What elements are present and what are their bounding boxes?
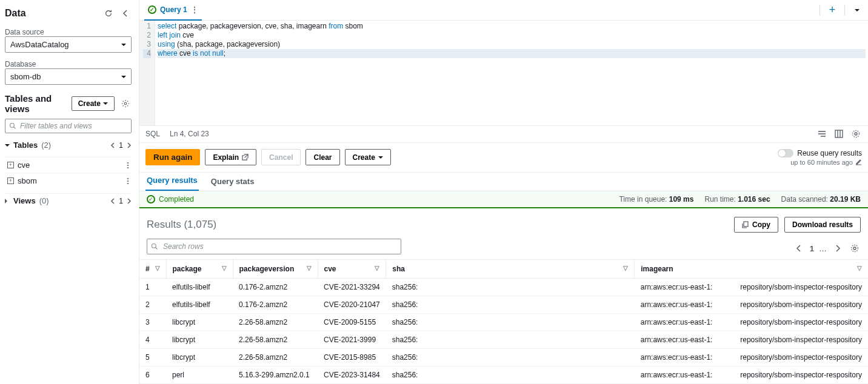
search-rows-input[interactable]: Search rows: [147, 239, 401, 254]
next-page-icon[interactable]: [832, 242, 844, 254]
database-select[interactable]: sbom-db: [5, 68, 132, 85]
results-tabs: Query results Query stats: [139, 173, 868, 191]
tables-header[interactable]: Tables (2) 1: [5, 138, 132, 152]
svg-point-1: [10, 124, 15, 128]
svg-rect-5: [744, 222, 748, 227]
collapse-sidebar-icon[interactable]: [119, 7, 132, 19]
table-row[interactable]: 3libcrypt2.26-58.amzn2CVE-2009-5155sha25…: [139, 314, 868, 331]
explain-button[interactable]: Explain: [205, 149, 256, 165]
main: ✓ Query 1 ⋮ + 1234 select package, packa…: [139, 0, 868, 384]
tables-views-title: Tables and views: [5, 93, 72, 114]
editor-code[interactable]: select package, packageversion, cve, sha…: [155, 21, 868, 59]
tab-menu-icon[interactable]: ⋮: [191, 5, 198, 14]
results-table: #▽ package▽ packageversion▽ cve▽ sha▽ im…: [139, 259, 868, 384]
results-header: Results (1,075) Copy Download results: [139, 208, 868, 237]
table-row[interactable]: 1elfutils-libelf0.176-2.amzn2CVE-2021-33…: [139, 279, 868, 296]
table-item-cve[interactable]: +cve⋯: [5, 157, 132, 173]
layout-icon[interactable]: [833, 128, 845, 140]
check-icon: ✓: [147, 195, 155, 204]
table-row[interactable]: 2elfutils-libelf0.176-2.amzn2CVE-2020-21…: [139, 296, 868, 314]
table-item-sbom[interactable]: +sbom⋯: [5, 173, 132, 188]
action-bar: Run again Explain Cancel Clear Create Re…: [139, 143, 868, 173]
editor-gutter: 1234: [139, 21, 155, 125]
filter-placeholder: Filter tables and views: [20, 122, 92, 130]
table-row[interactable]: 4libcrypt2.26-58.amzn2CVE-2021-3999sha25…: [139, 331, 868, 349]
filter-tables-input[interactable]: Filter tables and views: [5, 119, 132, 133]
prev-page-icon[interactable]: [793, 242, 805, 254]
download-results-button[interactable]: Download results: [784, 217, 861, 233]
cancel-button: Cancel: [261, 149, 301, 165]
settings-icon[interactable]: [850, 128, 862, 140]
new-tab-icon[interactable]: +: [826, 4, 838, 16]
run-again-button[interactable]: Run again: [145, 149, 200, 165]
more-icon[interactable]: ⋯: [124, 177, 132, 185]
query-tabs: ✓ Query 1 ⋮ +: [139, 0, 868, 21]
views-header[interactable]: Views (0) 1: [5, 193, 132, 208]
editor-statusbar: SQLLn 4, Col 23: [139, 126, 868, 143]
reuse-toggle[interactable]: [778, 149, 793, 157]
svg-point-8: [852, 245, 858, 252]
svg-point-3: [855, 133, 857, 135]
gear-icon[interactable]: [119, 98, 132, 110]
edit-icon[interactable]: [855, 159, 862, 165]
check-icon: ✓: [148, 5, 156, 14]
results-pager: 1 …: [793, 242, 861, 254]
refresh-icon[interactable]: [102, 7, 115, 19]
query-tab-1[interactable]: ✓ Query 1 ⋮: [144, 0, 202, 21]
clear-button[interactable]: Clear: [305, 149, 339, 165]
svg-rect-2: [835, 130, 843, 137]
table-row[interactable]: 6perl5.16.3-299.amzn2.0.1CVE-2023-31484s…: [139, 366, 868, 384]
svg-point-0: [124, 102, 127, 105]
tab-query-results[interactable]: Query results: [145, 176, 199, 191]
svg-point-7: [853, 247, 856, 250]
tab-menu-caret-icon[interactable]: [851, 4, 863, 16]
more-icon[interactable]: ⋯: [124, 161, 132, 169]
database-label: Database: [5, 60, 132, 68]
svg-point-4: [853, 131, 860, 137]
create-button[interactable]: Create: [345, 149, 391, 165]
sidebar: Data Data source AwsDataCatalog Database…: [0, 0, 139, 384]
svg-point-6: [152, 244, 156, 248]
table-settings-icon[interactable]: [849, 242, 861, 254]
create-table-button[interactable]: Create: [72, 96, 115, 111]
copy-button[interactable]: Copy: [734, 217, 778, 233]
data-source-label: Data source: [5, 28, 132, 36]
data-source-select[interactable]: AwsDataCatalog: [5, 36, 132, 53]
run-status-bar: ✓Completed Time in queue: 109 ms Run tim…: [139, 191, 868, 208]
format-icon[interactable]: [816, 128, 828, 140]
sql-editor[interactable]: 1234 select package, packageversion, cve…: [139, 21, 868, 126]
sidebar-title: Data: [5, 8, 26, 19]
table-row[interactable]: 5libcrypt2.26-58.amzn2CVE-2015-8985sha25…: [139, 349, 868, 366]
tab-query-stats[interactable]: Query stats: [210, 177, 256, 191]
